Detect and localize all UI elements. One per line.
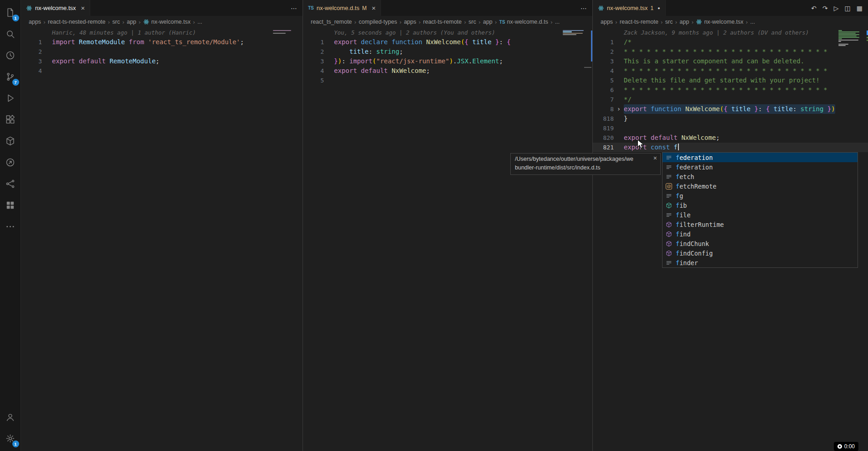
suggestion-find[interactable]: find: [663, 229, 858, 239]
code-line-2[interactable]: 2 title: string;: [303, 47, 592, 56]
suggestion-label: find: [676, 231, 691, 238]
code-line-821[interactable]: 821export const f: [593, 143, 868, 152]
tab-nx-welcome.tsx[interactable]: nx-welcome.tsx1●: [593, 0, 666, 16]
line-number: 2: [593, 47, 614, 56]
fold-collapsed-icon[interactable]: ›: [614, 104, 624, 114]
editor[interactable]: Hanric, 48 minutes ago | 1 author (Hanri…: [21, 28, 303, 451]
suggestion-label: filterRuntime: [676, 221, 724, 228]
code-line-1[interactable]: 1import RemoteModule from 'react_ts_remo…: [21, 37, 303, 47]
breadcrumb-item[interactable]: react_ts_remote: [311, 19, 352, 25]
suggestion-finder[interactable]: finder: [663, 258, 858, 267]
breadcrumb-item[interactable]: src: [468, 19, 476, 25]
suggestion-fetch[interactable]: fetch: [663, 172, 858, 181]
code-line-2[interactable]: 2: [21, 47, 303, 56]
code-line-1[interactable]: 1/*: [593, 37, 868, 47]
breadcrumb-item[interactable]: src: [113, 19, 120, 25]
code-line-4[interactable]: 4export default NxWelcome;: [303, 66, 592, 76]
suggestion-fg[interactable]: fg: [663, 191, 858, 200]
breadcrumb-item[interactable]: TSnx-welcome.d.ts: [499, 19, 548, 25]
breadcrumb-item[interactable]: src: [665, 19, 673, 25]
code-line-3[interactable]: 3}): import("react/jsx-runtime").JSX.Ele…: [303, 56, 592, 66]
settings-icon[interactable]: 1: [0, 428, 21, 449]
code-line-5[interactable]: 5Delete this file and get started with y…: [593, 76, 868, 85]
breadcrumb-label: compiled-types: [359, 19, 397, 25]
breadcrumb-item[interactable]: ...: [750, 19, 755, 25]
run-icon[interactable]: ▷: [834, 5, 839, 12]
editor[interactable]: You, 5 seconds ago | 2 authors (You and …: [303, 28, 592, 451]
layout-icon[interactable]: ▦: [857, 5, 863, 12]
code-line-3[interactable]: 3This is a starter component and can be …: [593, 56, 868, 66]
extensions-icon[interactable]: [0, 109, 21, 130]
code-line-1[interactable]: 1export declare function NxWelcome({ tit…: [303, 37, 592, 47]
breadcrumb-item[interactable]: apps: [29, 19, 41, 25]
text-cursor: [678, 144, 679, 150]
breadcrumb-item[interactable]: app: [680, 19, 689, 25]
split-editor-icon[interactable]: ◫: [845, 5, 851, 12]
breadcrumb-item[interactable]: apps: [601, 19, 613, 25]
breadcrumb-item[interactable]: react-ts-remote: [620, 19, 658, 25]
text-kind-icon: [665, 193, 673, 199]
more-views-icon[interactable]: [0, 216, 21, 237]
minimap[interactable]: [838, 30, 861, 46]
breadcrumb-item[interactable]: app: [483, 19, 493, 25]
breadcrumb-item[interactable]: ...: [197, 19, 202, 25]
breadcrumb: react_ts_remote›compiled-types›apps›reac…: [303, 16, 592, 28]
source-control-icon[interactable]: 7: [0, 66, 21, 87]
activity-badge: 7: [12, 79, 19, 86]
code-line-2[interactable]: 2* * * * * * * * * * * * * * * * * * * *…: [593, 47, 868, 56]
suggestion-federation[interactable]: federation: [663, 162, 858, 172]
code-line-4[interactable]: 4* * * * * * * * * * * * * * * * * * * *…: [593, 66, 868, 76]
suggestion-findConfig[interactable]: findConfig: [663, 248, 858, 258]
code-line-7[interactable]: 7*/: [593, 95, 868, 104]
dirty-indicator-icon[interactable]: ●: [657, 6, 660, 10]
go-back-icon[interactable]: ↶: [811, 5, 817, 12]
minimap[interactable]: [273, 30, 296, 34]
breadcrumb-item[interactable]: nx-welcome.tsx: [696, 19, 743, 25]
code-line-8[interactable]: 8›export function NxWelcome({ title }: {…: [593, 104, 868, 114]
suggestion-file[interactable]: file: [663, 210, 858, 220]
close-icon[interactable]: ×: [653, 154, 657, 163]
minimap[interactable]: [563, 30, 586, 35]
grid-icon[interactable]: [0, 195, 21, 216]
breadcrumb-item[interactable]: ...: [555, 19, 560, 25]
suggestion-federation[interactable]: federation: [663, 153, 858, 162]
mouse-cursor: [637, 139, 645, 151]
network-icon[interactable]: [0, 173, 21, 195]
chevron-right-icon: ›: [691, 19, 693, 26]
code-line-818[interactable]: 818}: [593, 114, 868, 123]
go-forward-icon[interactable]: ↷: [822, 5, 828, 12]
breadcrumb-item[interactable]: compiled-types: [359, 19, 397, 25]
package-icon[interactable]: [0, 130, 21, 152]
code-line-6[interactable]: 6* * * * * * * * * * * * * * * * * * * *…: [593, 85, 868, 95]
editor-actions: ⋯: [285, 0, 303, 16]
suggestion-fib[interactable]: fib: [663, 200, 858, 210]
breadcrumb-item[interactable]: react-ts-remote: [423, 19, 462, 25]
accounts-icon[interactable]: [0, 406, 21, 428]
code-line-5[interactable]: 5: [303, 76, 592, 85]
breadcrumb-item[interactable]: app: [127, 19, 136, 25]
more-icon[interactable]: ⋯: [580, 5, 587, 12]
suggestion-fetchRemote[interactable]: @fetchRemote: [663, 181, 858, 191]
run-debug-icon[interactable]: [0, 87, 21, 109]
code-line-819[interactable]: 819: [593, 123, 868, 133]
breadcrumb-item[interactable]: react-ts-nested-remote: [48, 19, 105, 25]
live-share-icon[interactable]: [0, 152, 21, 173]
code-line-4[interactable]: 4: [21, 66, 303, 76]
more-icon[interactable]: ⋯: [291, 5, 297, 12]
module-kind-icon: [665, 241, 673, 247]
suggestion-findChunk[interactable]: findChunk: [663, 239, 858, 248]
explorer-icon[interactable]: 1: [0, 2, 21, 23]
tab-close-icon[interactable]: ×: [81, 5, 85, 11]
code-text: import RemoteModule from 'react_ts_remot…: [52, 37, 244, 47]
line-number: 1: [303, 37, 324, 47]
tab-close-icon[interactable]: ×: [372, 5, 376, 11]
suggestion-filterRuntime[interactable]: filterRuntime: [663, 220, 858, 229]
code-line-820[interactable]: 820export default NxWelcome;: [593, 133, 868, 143]
search-icon[interactable]: [0, 23, 21, 45]
breadcrumb-item[interactable]: apps: [404, 19, 416, 25]
breadcrumb-item[interactable]: nx-welcome.tsx: [143, 19, 190, 25]
timeline-icon[interactable]: [0, 45, 21, 66]
tab-nx-welcome.tsx[interactable]: nx-welcome.tsx×: [21, 0, 90, 16]
tab-nx-welcome.d.ts[interactable]: TSnx-welcome.d.tsM×: [303, 0, 381, 16]
code-line-3[interactable]: 3export default RemoteModule;: [21, 56, 303, 66]
